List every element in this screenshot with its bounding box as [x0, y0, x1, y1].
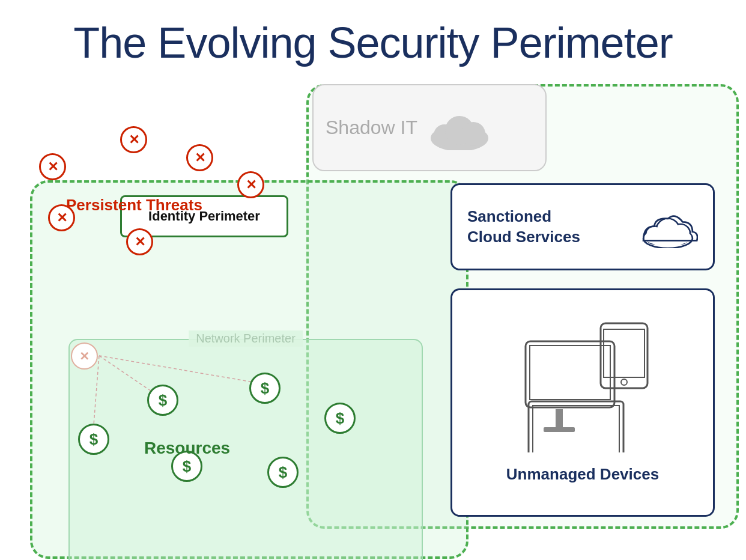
svg-point-17: [621, 379, 627, 385]
resource-icon-4: $: [78, 424, 109, 455]
unmanaged-devices-label: Unmanaged Devices: [506, 464, 659, 485]
svg-rect-18: [526, 341, 614, 407]
threat-icon-3: ✕: [186, 144, 213, 171]
resource-icon-6: $: [267, 457, 299, 488]
sanctioned-cloud-label: SanctionedCloud Services: [467, 207, 580, 248]
threats-label: Persistent Threats: [66, 195, 202, 216]
threat-icon-4: ✕: [237, 171, 264, 198]
resources-label: Resources: [144, 439, 230, 458]
svg-point-3: [461, 122, 485, 146]
unmanaged-devices-box: Unmanaged Devices: [450, 288, 715, 517]
shadow-it-box: Shadow IT: [312, 84, 547, 171]
threat-icon-5: ✕: [48, 204, 75, 231]
network-perimeter-box: Network Perimeter: [68, 339, 423, 560]
shadow-it-label: Shadow IT: [326, 117, 417, 139]
sanctioned-cloud-icon: [638, 206, 698, 248]
device-laptop-icon: [517, 398, 637, 452]
threat-icon-6: ✕: [126, 228, 153, 255]
page-title: The Evolving Security Perimeter: [0, 0, 746, 67]
threat-icon-faded: ✕: [71, 342, 98, 370]
threat-icon-1: ✕: [39, 153, 66, 180]
svg-rect-22: [529, 401, 623, 452]
resource-icon-2: $: [249, 373, 281, 404]
threat-icon-2: ✕: [120, 126, 147, 153]
sanctioned-cloud-box: SanctionedCloud Services: [450, 183, 715, 270]
network-perimeter-label: Network Perimeter: [189, 330, 303, 347]
svg-point-14: [672, 224, 689, 242]
diagram-area: Shadow IT Network Perimeter Identity Per…: [18, 78, 728, 548]
svg-rect-19: [530, 345, 610, 400]
resource-icon-3: $: [324, 403, 356, 434]
resource-icon-1: $: [147, 385, 178, 416]
shadow-it-cloud-icon: [426, 105, 493, 150]
svg-rect-23: [533, 406, 619, 452]
